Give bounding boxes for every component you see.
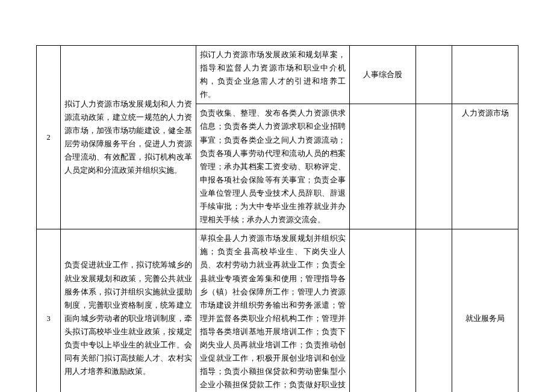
table-row: 3 负责促进就业工作，拟订统筹城乡的就业发展规划和政策，完善公共就业服务体系，拟… <box>37 229 518 392</box>
main-responsibility: 负责促进就业工作，拟订统筹城乡的就业发展规划和政策，完善公共就业服务体系，拟订并… <box>61 229 196 392</box>
ext-col-1 <box>416 46 452 104</box>
row-number: 3 <box>37 229 61 392</box>
department <box>350 104 416 229</box>
ext-col-2: 就业服务局 <box>452 229 518 392</box>
sub-responsibility: 负责收集、整理、发布各类人力资源供求信息；负责各类人力资源求职和企业招聘事宜；负… <box>196 104 350 229</box>
department: 人事综合股 <box>350 46 416 104</box>
sub-responsibility: 草拟全县人力资源市场发展规划并组织实施；负责全县高校毕业生、下岗失业人员、农村劳… <box>196 229 350 392</box>
ext-col-2: 人力资源市场 <box>452 104 518 229</box>
ext-col-1 <box>416 104 452 229</box>
table-row: 2 拟订人力资源市场发展规划和人力资源流动政策，建立统一规范的人力资源市场，加强… <box>37 46 518 104</box>
ext-col-2 <box>452 46 518 104</box>
main-responsibility: 拟订人力资源市场发展规划和人力资源流动政策，建立统一规范的人力资源市场，加强市场… <box>61 46 196 229</box>
sub-responsibility: 拟订人力资源市场发展政策和规划草案，指导和监督人力资源市场和职业中介机构，负责企… <box>196 46 350 104</box>
document-table: 2 拟订人力资源市场发展规划和人力资源流动政策，建立统一规范的人力资源市场，加强… <box>36 45 518 392</box>
ext-col-1 <box>416 229 452 392</box>
department <box>350 229 416 392</box>
row-number: 2 <box>37 46 61 229</box>
